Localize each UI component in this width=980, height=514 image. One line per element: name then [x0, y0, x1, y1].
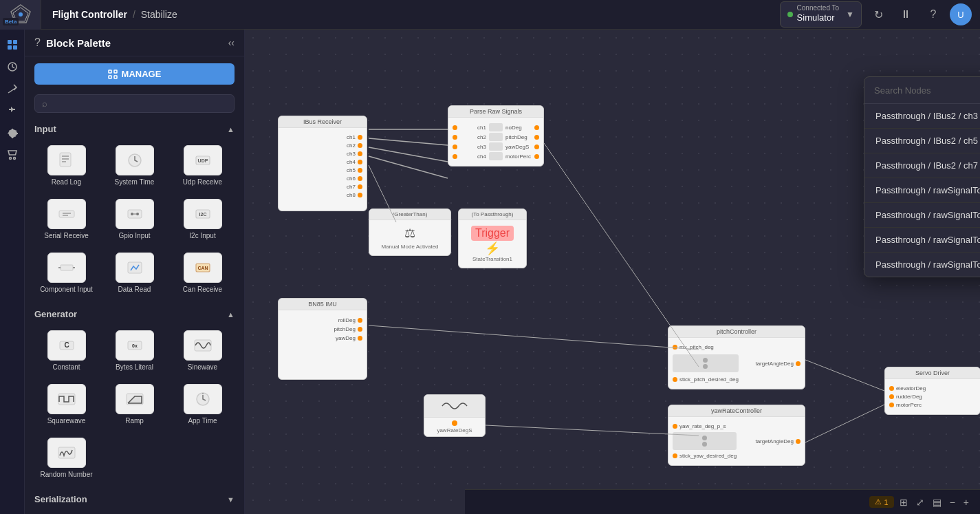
svg-line-56 [369, 156, 448, 178]
state-transition-type: (To Passthrough) [459, 209, 526, 220]
component-input-label: Component Input [40, 286, 93, 294]
servo-port-elevator [889, 386, 894, 391]
zoom-in-icon[interactable]: + [961, 494, 972, 511]
search-item-2[interactable]: Passthrough / IBus2 / ch7 [864, 153, 980, 178]
yaw-ctrl-port-in2 [673, 453, 677, 458]
port-ch3 [358, 151, 362, 156]
beta-label: Beta [3, 18, 19, 25]
warning-badge[interactable]: ⚠ 1 [869, 496, 894, 508]
search-item-0[interactable]: Passthrough / IBus2 / ch3 [864, 104, 980, 129]
ibus-receiver-node[interactable]: IBus Receiver ch1 ch2 ch3 ch4 [278, 116, 367, 211]
pitch-controller-node[interactable]: pitchController mx_pitch_deg stick_pitch… [668, 325, 805, 389]
yaw-rate-controller-title: yawRateController [668, 405, 805, 417]
block-sinewave[interactable]: Sinewave [171, 326, 235, 376]
svg-rect-41 [195, 340, 211, 351]
block-i2c-input[interactable]: I2C I2c Input [171, 195, 235, 244]
search-item-5[interactable]: Passthrough / rawSignalToAngle / chToDeg… [864, 228, 980, 253]
minimap-icon[interactable]: ▤ [930, 494, 944, 511]
block-random-number[interactable]: Random Number [34, 433, 98, 483]
constant-label: Constant [52, 363, 80, 372]
search-item-6[interactable]: Passthrough / rawSignalToAngle / chToDeg… [864, 253, 980, 277]
search-dropdown-input[interactable] [874, 85, 980, 96]
search-item-4[interactable]: Passthrough / rawSignalToAngle / motorPe… [864, 203, 980, 228]
svg-point-9 [9, 158, 11, 160]
system-time-label: System Time [115, 178, 155, 186]
yaw-rate-degs-node[interactable]: yawRateDegS [424, 394, 486, 437]
bn85-imu-node[interactable]: BN85 IMU rollDeg pitchDeg yawDeg [278, 298, 367, 380]
sidebar: ? Block Palette ‹‹ MANAGE ⌕ Input ▲ [25, 30, 245, 514]
process-section-header[interactable]: Process ▲ [25, 508, 244, 514]
imu-port-roll [358, 318, 362, 323]
bn85-imu-body: rollDeg pitchDeg yawDeg [279, 310, 367, 379]
search-bar: ⌕ [34, 94, 235, 113]
ibus-port-ch1: ch1 [283, 134, 362, 140]
yaw-rate-controller-node[interactable]: yawRateController yaw_rate_deg_p_s stick… [668, 405, 805, 466]
block-udp-receive[interactable]: UDP Udp Receive [171, 141, 235, 191]
parse-raw-signals-node[interactable]: Parse Raw Signals ch1 noDeg ch2 pitchDeg [448, 105, 544, 167]
parse-port-in-ch1 [453, 125, 457, 130]
svg-rect-6 [13, 45, 17, 50]
block-gpio-input[interactable]: Gpio Input [102, 195, 166, 244]
block-component-input[interactable]: Component Input [34, 248, 98, 298]
state-transition-node[interactable]: (To Passthrough) Trigger ⚡ StateTransiti… [458, 208, 527, 268]
sidebar-header: ? Block Palette ‹‹ [25, 30, 244, 56]
manual-mode-node[interactable]: (GreaterThan) ⚖ Manual Mode Activated [369, 208, 451, 256]
block-system-time[interactable]: System Time [102, 141, 166, 191]
manage-button[interactable]: MANAGE [34, 63, 235, 85]
serialization-section-arrow: ▼ [227, 495, 235, 504]
serialization-section-header[interactable]: Serialization ▼ [25, 489, 244, 508]
canvas[interactable]: IBus Receiver ch1 ch2 ch3 ch4 [245, 30, 980, 514]
sidebar-help-icon[interactable]: ? [34, 36, 41, 49]
block-constant[interactable]: C Constant [34, 326, 98, 376]
bn85-imu-title: BN85 IMU [279, 299, 367, 310]
block-ramp[interactable]: Ramp [102, 380, 166, 429]
system-time-icon [116, 145, 154, 175]
servo-port-motor [889, 403, 894, 407]
refresh-button[interactable]: ↻ [867, 3, 889, 25]
svg-rect-3 [8, 40, 12, 44]
block-data-read[interactable]: Data Read [102, 248, 166, 298]
ibus-port-ch2: ch2 [283, 142, 362, 149]
ibus-receiver-body: ch1 ch2 ch3 ch4 ch5 [279, 128, 367, 211]
breadcrumb-main: Flight Controller [52, 9, 127, 20]
data-read-icon [116, 253, 154, 283]
svg-line-59 [369, 325, 699, 350]
store-icon[interactable] [3, 145, 22, 164]
port-ch4 [358, 160, 362, 164]
settings-icon[interactable] [3, 123, 22, 142]
block-read-log[interactable]: Read Log [34, 141, 98, 191]
user-button[interactable]: U [950, 3, 972, 25]
plugin-icon[interactable] [3, 101, 22, 120]
port-ch2 [358, 143, 362, 148]
grid-icon[interactable]: ⊞ [897, 494, 911, 511]
serialization-section-title: Serialization [34, 494, 87, 504]
sidebar-close-icon[interactable]: ‹‹ [228, 37, 235, 48]
parse-port-out-nodeg [534, 125, 539, 130]
blocks-icon[interactable] [3, 35, 22, 54]
simulator-badge[interactable]: Connected To Simulator ▼ [780, 1, 862, 28]
serial-receive-label: Serial Receive [44, 232, 88, 240]
pause-button[interactable]: ⏸ [895, 3, 917, 25]
ibus-receiver-title: IBus Receiver [279, 116, 367, 128]
help-button[interactable]: ? [922, 3, 944, 25]
svg-text:CAN: CAN [197, 266, 208, 270]
generator-section-header[interactable]: Generator ▲ [25, 303, 244, 323]
search-item-3[interactable]: Passthrough / rawSignalToAngle / ch1 [864, 178, 980, 203]
reset-view-icon[interactable]: ⤢ [913, 494, 927, 511]
block-serial-receive[interactable]: Serial Receive [34, 195, 98, 244]
block-can-receive[interactable]: CAN Can Receive [171, 248, 235, 298]
block-bytes-literal[interactable]: 0x Bytes Literal [102, 326, 166, 376]
svg-line-60 [486, 425, 699, 436]
block-squarewave[interactable]: Squarewave [34, 380, 98, 429]
search-input[interactable] [52, 98, 227, 109]
history-icon[interactable] [3, 57, 22, 76]
share-icon[interactable] [3, 79, 22, 98]
ibus-port-ch8: ch8 [283, 192, 362, 198]
block-app-time[interactable]: App Time [171, 380, 235, 429]
zoom-out-icon[interactable]: − [947, 494, 958, 511]
search-icon: ⌕ [42, 98, 47, 109]
parse-port-out-yaw [534, 144, 539, 149]
search-item-1[interactable]: Passthrough / IBus2 / ch5 [864, 129, 980, 153]
input-section-header[interactable]: Input ▲ [25, 118, 244, 138]
servo-driver-node[interactable]: Servo Driver elevatorDeg rudderDeg motor… [884, 367, 980, 415]
